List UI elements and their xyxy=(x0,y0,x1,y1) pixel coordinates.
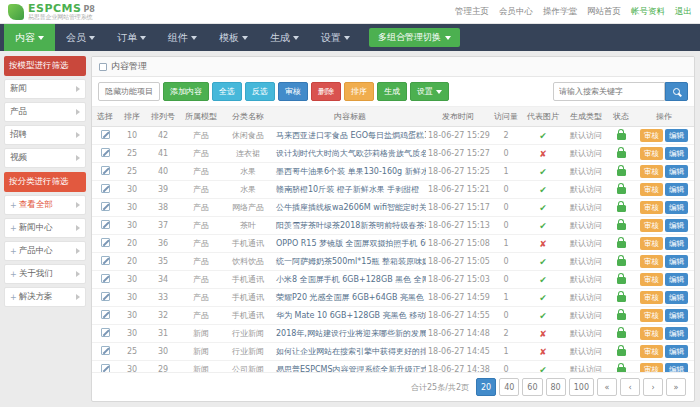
header-link[interactable]: 会员中心 xyxy=(499,6,533,18)
header-link[interactable]: 管理主页 xyxy=(455,6,489,18)
edit-checkbox-icon[interactable] xyxy=(101,310,110,319)
search-button[interactable] xyxy=(665,82,688,101)
edit-button[interactable]: 编辑 xyxy=(665,201,688,214)
pager-arrow-button[interactable]: › xyxy=(643,378,663,396)
edit-button[interactable]: 编辑 xyxy=(665,165,688,178)
lock-icon[interactable] xyxy=(617,295,626,302)
review-button[interactable]: 审核 xyxy=(640,147,663,160)
review-button[interactable]: 审核 xyxy=(640,363,663,372)
pager-arrow-button[interactable]: ‹ xyxy=(620,378,640,396)
edit-button[interactable]: 编辑 xyxy=(665,255,688,268)
multi-manage-switch-button[interactable]: 多组合管理切换 xyxy=(369,28,460,47)
toolbar-button[interactable]: 反选 xyxy=(245,82,275,101)
toolbar-button[interactable]: 设置 xyxy=(410,82,449,101)
edit-checkbox-icon[interactable] xyxy=(101,238,110,247)
lock-icon[interactable] xyxy=(617,277,626,284)
lock-icon[interactable] xyxy=(617,187,626,194)
content-title-link[interactable]: 墨西哥牛油果6个装 单果130-160g 新鲜水果 xyxy=(276,167,426,176)
toolbar-button[interactable]: 添加内容 xyxy=(163,82,209,101)
review-button[interactable]: 审核 xyxy=(640,291,663,304)
toolbar-button[interactable]: 生成 xyxy=(377,82,407,101)
lock-icon[interactable] xyxy=(617,331,626,338)
edit-checkbox-icon[interactable] xyxy=(101,148,110,157)
page-size-button[interactable]: 100 xyxy=(569,378,594,396)
content-title-link[interactable]: OPPO R15 梦镜版 全面屏双摄拍照手机 6GB+128GB 梦镜红 全网通… xyxy=(276,239,426,248)
category-filter-item[interactable]: + 产品中心 xyxy=(4,241,86,261)
review-button[interactable]: 审核 xyxy=(640,255,663,268)
column-header[interactable]: 所属模型 xyxy=(180,107,222,127)
content-title-link[interactable]: 公牛插座插线板wa2606M wifi智能定时关机遥控插排 xyxy=(276,203,426,212)
pager-arrow-button[interactable]: » xyxy=(666,378,686,396)
content-title-link[interactable]: 2018年,网站建设行业将迎来哪些新的发展机遇与挑战 xyxy=(276,329,426,338)
edit-checkbox-icon[interactable] xyxy=(101,166,110,175)
column-header[interactable]: 访问量 xyxy=(490,107,522,127)
lock-icon[interactable] xyxy=(617,241,626,248)
nav-item[interactable]: 组件 xyxy=(157,24,208,51)
column-header[interactable]: 选择 xyxy=(92,107,118,127)
lock-icon[interactable] xyxy=(617,367,626,372)
edit-button[interactable]: 编辑 xyxy=(665,147,688,160)
content-title-link[interactable]: 小米8 全面屏手机 6GB+128GB 黑色 全网通4G手机 双卡双待 xyxy=(276,275,426,284)
header-link[interactable]: 网站首页 xyxy=(587,6,621,18)
pager-arrow-button[interactable]: « xyxy=(597,378,617,396)
nav-item[interactable]: 会员 xyxy=(55,24,106,51)
content-title-link[interactable]: 易思普ESPCMS内容管理系统全新升级正式发布 xyxy=(276,365,426,372)
edit-button[interactable]: 编辑 xyxy=(665,237,688,250)
column-header[interactable]: 代表图片 xyxy=(522,107,564,127)
category-filter-item[interactable]: + 关于我们 xyxy=(4,264,86,284)
lock-icon[interactable] xyxy=(617,205,626,212)
edit-button[interactable]: 编辑 xyxy=(665,309,688,322)
nav-item[interactable]: 生成 xyxy=(259,24,310,51)
content-title-link[interactable]: 阳羡雪芽茶叶绿茶2018新茶明前特级春茶礼盒装 xyxy=(276,221,426,230)
model-filter-item[interactable]: 视频 xyxy=(4,148,86,168)
nav-item[interactable]: 内容 xyxy=(4,24,55,51)
content-title-link[interactable]: 统一阿萨姆奶茶500ml*15瓶 整箱装原味奶茶 xyxy=(276,257,426,266)
toolbar-button[interactable]: 全选 xyxy=(212,82,242,101)
lock-icon[interactable] xyxy=(617,133,626,140)
edit-checkbox-icon[interactable] xyxy=(101,130,110,139)
lock-icon[interactable] xyxy=(617,259,626,266)
edit-checkbox-icon[interactable] xyxy=(101,364,110,372)
search-input[interactable] xyxy=(553,82,665,101)
category-filter-item[interactable]: + 解决方案 xyxy=(4,287,86,307)
edit-checkbox-icon[interactable] xyxy=(101,202,110,211)
edit-button[interactable]: 编辑 xyxy=(665,327,688,340)
edit-checkbox-icon[interactable] xyxy=(101,184,110,193)
lock-icon[interactable] xyxy=(617,151,626,158)
edit-checkbox-icon[interactable] xyxy=(101,292,110,301)
content-title-link[interactable]: 荣耀P20 光感全面屏 6GB+64GB 亮黑色 移动联通电信4G手机 6.21… xyxy=(276,293,426,302)
nav-item[interactable]: 模板 xyxy=(208,24,259,51)
column-header[interactable]: 发布时间 xyxy=(426,107,490,127)
page-size-button[interactable]: 80 xyxy=(546,378,566,396)
review-button[interactable]: 审核 xyxy=(640,327,663,340)
category-filter-item[interactable]: + 新闻中心 xyxy=(4,218,86,238)
toolbar-button[interactable]: 排序 xyxy=(344,82,374,101)
column-header[interactable]: 操作 xyxy=(634,107,694,127)
edit-button[interactable]: 编辑 xyxy=(665,183,688,196)
review-button[interactable]: 审核 xyxy=(640,165,663,178)
toolbar-button[interactable]: 隐藏功能项目 xyxy=(98,82,160,101)
page-size-button[interactable]: 20 xyxy=(476,378,496,396)
edit-checkbox-icon[interactable] xyxy=(101,256,110,265)
lock-icon[interactable] xyxy=(617,313,626,320)
review-button[interactable]: 审核 xyxy=(640,129,663,142)
page-size-button[interactable]: 40 xyxy=(499,378,519,396)
edit-checkbox-icon[interactable] xyxy=(101,220,110,229)
nav-item[interactable]: 设置 xyxy=(310,24,361,51)
model-filter-item[interactable]: 招聘 xyxy=(4,125,86,145)
content-title-link[interactable]: 华为 Mate 10 6GB+128GB 亮黑色 移动联通电信4G手机 5.9英… xyxy=(276,311,426,320)
review-button[interactable]: 审核 xyxy=(640,345,663,358)
column-header[interactable]: 排列号 xyxy=(146,107,180,127)
review-button[interactable]: 审核 xyxy=(640,273,663,286)
review-button[interactable]: 审核 xyxy=(640,183,663,196)
edit-button[interactable]: 编辑 xyxy=(665,291,688,304)
column-header[interactable]: 生成类型 xyxy=(564,107,608,127)
edit-button[interactable]: 编辑 xyxy=(665,345,688,358)
model-filter-item[interactable]: 产品 xyxy=(4,102,86,122)
column-header[interactable]: 状态 xyxy=(608,107,634,127)
header-link[interactable]: 帐号资料 xyxy=(631,6,665,18)
edit-checkbox-icon[interactable] xyxy=(101,274,110,283)
content-title-link[interactable]: 马来西亚进口零食品 EGO每日盐焗鸡蛋糕150g xyxy=(276,131,426,140)
lock-icon[interactable] xyxy=(617,349,626,356)
header-link[interactable]: 退出 xyxy=(675,6,692,18)
